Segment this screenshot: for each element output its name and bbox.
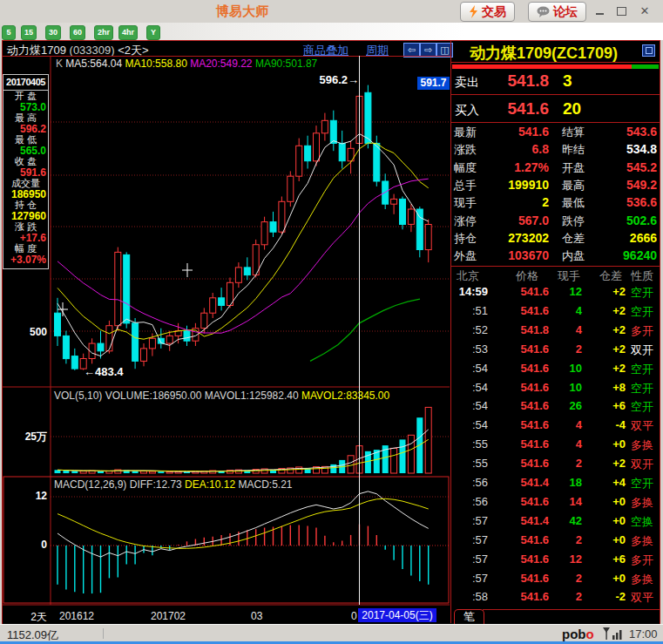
candlestick-chart[interactable] — [2, 40, 450, 623]
tick-delta: -4 — [591, 418, 626, 431]
tick-row[interactable]: :54541.610+2空开 — [451, 362, 660, 380]
tick-row[interactable]: :56541.418+4空开 — [451, 476, 660, 494]
tick-nature: 多开 — [631, 552, 660, 568]
tick-qty: 4 — [547, 437, 582, 451]
trade-button[interactable]: 交易 — [460, 2, 515, 22]
period-button-5[interactable]: 5 — [2, 25, 16, 40]
low-annotation: ←483.4 — [84, 365, 124, 378]
macd-header-row: MACD(12,26,9) DIFF:12.73 DEA:10.12 MACD:… — [54, 478, 293, 491]
macd-axis-zero: 0 — [17, 539, 47, 551]
info-field: 最 低565.0 — [3, 134, 48, 156]
tick-qty: 14 — [547, 495, 582, 508]
tick-row[interactable]: :53541.62+2双开 — [451, 342, 660, 361]
info-date: 20170405 — [3, 75, 48, 91]
tick-row[interactable]: :57541.442+0空换 — [451, 514, 660, 532]
tick-row[interactable]: :54541.626+6空开 — [451, 399, 660, 417]
tick-delta: +0 — [591, 572, 626, 585]
quote-value: 502.6 — [589, 214, 657, 227]
period-button-2hr[interactable]: 2hr — [94, 25, 113, 40]
period-toolbar: 51530602hr4hrY — [0, 23, 663, 40]
tick-nature: 双开 — [631, 457, 660, 472]
tick-time: :51 — [440, 304, 488, 317]
trade-button-label: 交易 — [482, 4, 506, 20]
tick-row[interactable]: :55541.64+0多换 — [451, 437, 660, 456]
tick-delta: +0 — [591, 514, 626, 527]
forum-button[interactable]: 论坛 — [528, 2, 586, 22]
tick-nature: 多换 — [631, 572, 660, 587]
speech-bubble-icon — [537, 6, 550, 17]
vol-header-row: VOL(5,10) VOLUME:186950.00 MAVOL1:125982… — [54, 390, 389, 402]
tick-delta: +2 — [591, 362, 626, 375]
strength-bar-green — [632, 64, 659, 69]
tick-time: :57 — [440, 533, 488, 546]
tick-qty: 26 — [547, 399, 582, 412]
period-button-30[interactable]: 30 — [45, 25, 61, 40]
clock: 17:00 — [629, 627, 658, 641]
tick-row[interactable]: :57541.612+6多开 — [451, 552, 660, 571]
crosshair-date-tag: 2017-04-05(三) — [358, 608, 436, 622]
tick-delta: +2 — [591, 323, 626, 336]
tick-row[interactable]: :54541.64-4双平 — [451, 418, 660, 437]
tick-time: :54 — [440, 381, 488, 394]
tab-row-line — [483, 609, 660, 610]
diff-line — [58, 491, 429, 557]
bid-row[interactable]: 买入 541.6 20 — [451, 99, 660, 120]
tick-delta: +0 — [591, 495, 626, 508]
tick-row[interactable]: :51541.64+2空开 — [451, 304, 660, 322]
tick-row[interactable]: :54541.610+8空开 — [451, 381, 660, 399]
tick-time: :55 — [440, 437, 488, 451]
period-button-60[interactable]: 60 — [70, 25, 85, 40]
period-button-15[interactable]: 15 — [21, 25, 37, 40]
tick-qty: 4 — [547, 323, 582, 336]
info-rows: 开 盘573.0最 高596.2最 低565.0收 盘591.6成交量18695… — [3, 91, 48, 265]
tick-qty: 4 — [547, 304, 582, 317]
vol-value: VOLUME:186950.00 — [105, 390, 202, 402]
tick-row[interactable]: :55541.62+2双开 — [451, 457, 660, 475]
info-field: 涨 跌+17.6 — [3, 221, 48, 243]
status-bar: 1152.09亿 pobo 17:00 — [0, 624, 663, 642]
bid-price: 541.6 — [486, 99, 549, 119]
kline-info-panel: 20170405 开 盘573.0最 高596.2最 低565.0收 盘591.… — [3, 74, 49, 269]
tick-qty: 2 — [547, 572, 582, 585]
info-field-value: 127960 — [3, 211, 48, 221]
grid-lines — [2, 56, 450, 605]
maximize-button[interactable] — [613, 4, 629, 17]
tick-row[interactable]: 14:59541.612+2空开 — [451, 285, 660, 303]
quote-value: 536.6 — [589, 195, 657, 209]
quote-value: 541.6 — [481, 125, 549, 139]
minimize-button[interactable] — [592, 4, 607, 17]
tick-qty: 42 — [547, 514, 582, 527]
tick-price: 541.6 — [498, 342, 549, 356]
panel-restore-icon[interactable] — [642, 44, 655, 57]
period-button-Y[interactable]: Y — [146, 25, 160, 40]
tick-row[interactable]: :58541.62-2双平 — [451, 590, 660, 608]
ask-row[interactable]: 卖出 541.8 3 — [451, 71, 660, 92]
tick-nature: 空开 — [631, 362, 660, 377]
tick-row[interactable]: :57541.62+0多换 — [451, 572, 660, 590]
close-button[interactable]: ✕ — [637, 4, 653, 17]
tick-time: :56 — [440, 476, 488, 489]
tick-row[interactable]: :57541.62+0多换 — [451, 533, 660, 552]
time-axis-tick: 201702 — [151, 610, 186, 622]
tab-tick[interactable]: 笔 — [454, 609, 484, 624]
tick-row[interactable]: :56541.614+0多换 — [451, 495, 660, 513]
tick-time: :54 — [440, 362, 488, 375]
candlestick-series — [55, 85, 432, 370]
tick-row[interactable]: :52541.84+2多开 — [451, 323, 660, 342]
tick-time: :57 — [440, 572, 488, 585]
period-button-4hr[interactable]: 4hr — [118, 25, 138, 40]
quote-value: 534.8 — [589, 142, 657, 156]
period-axis-label: 2天 — [17, 610, 47, 625]
quote-value: 103670 — [481, 248, 549, 262]
tick-time: :57 — [440, 514, 488, 527]
tick-price: 541.4 — [498, 514, 549, 527]
tick-qty: 10 — [547, 381, 582, 394]
tick-price: 541.6 — [498, 437, 549, 451]
info-field-value: 596.2 — [3, 124, 48, 134]
tick-qty: 2 — [547, 342, 582, 356]
tick-nature: 双平 — [631, 590, 660, 606]
macd-series — [58, 525, 429, 594]
tick-time: :52 — [440, 323, 488, 336]
quote-value: 273202 — [481, 231, 549, 245]
ma90-line — [310, 299, 420, 361]
